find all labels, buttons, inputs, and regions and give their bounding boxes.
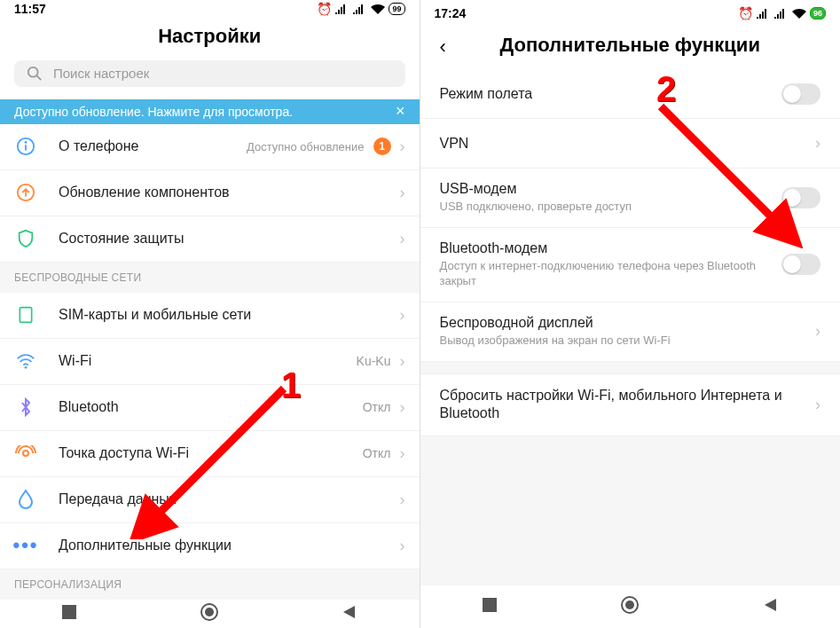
row-label: Bluetooth-модем (440, 240, 782, 256)
row-label: Сбросить настройки Wi-Fi, мобильного Инт… (440, 387, 816, 424)
nav-bar-right (420, 585, 841, 628)
nav-back-icon[interactable] (341, 604, 357, 624)
signal-icon (774, 8, 789, 19)
row-bluetooth[interactable]: Bluetooth Откл› (0, 385, 420, 431)
row-label: Точка доступа Wi-Fi (59, 445, 363, 461)
chevron-right-icon: › (815, 396, 820, 414)
status-bar-right: 17:24 ⏰ 96 (420, 0, 841, 27)
bluetooth-icon (14, 396, 37, 419)
status-icons: ⏰ 99 (317, 2, 404, 16)
badge-count: 1 (373, 137, 391, 155)
chevron-right-icon: › (400, 137, 405, 156)
svg-point-3 (25, 141, 27, 144)
row-label: Передача данных (59, 491, 400, 507)
row-sublabel: Доступ к интернет-подключению телефона ч… (440, 259, 782, 289)
toggle-usb-modem[interactable] (781, 187, 820, 208)
phone-more-functions: 17:24 ⏰ 96 ‹ Дополнительные функции Режи… (420, 0, 841, 628)
nav-recent-icon[interactable] (61, 604, 77, 624)
svg-point-8 (23, 451, 28, 456)
svg-point-11 (205, 608, 214, 616)
row-wifi[interactable]: Wi-Fi Ku-Ku› (0, 339, 420, 385)
banner-text: Доступно обновление. Нажмите для просмот… (14, 105, 293, 119)
chevron-right-icon: › (815, 134, 820, 153)
row-components-update[interactable]: Обновление компонентов › (0, 170, 420, 216)
battery-icon: 96 (810, 7, 826, 20)
row-more-functions[interactable]: ••• Дополнительные функции › (0, 523, 420, 569)
status-time: 11:57 (14, 2, 46, 16)
shield-icon (14, 227, 37, 250)
row-sim-cards[interactable]: SIM-карты и мобильные сети › (0, 293, 420, 339)
row-security-status[interactable]: Состояние защиты › (0, 216, 420, 263)
chevron-right-icon: › (400, 306, 405, 325)
close-icon[interactable]: × (396, 102, 405, 121)
row-label: Bluetooth (59, 399, 363, 415)
empty-area (420, 436, 841, 585)
nav-home-icon[interactable] (200, 602, 219, 625)
section-wireless: БЕСПРОВОДНЫЕ СЕТИ (0, 263, 420, 293)
svg-point-0 (28, 67, 38, 77)
alarm-icon: ⏰ (738, 6, 753, 20)
signal-icon (757, 8, 771, 19)
chevron-right-icon: › (400, 230, 405, 248)
row-label: Режим полета (440, 86, 782, 102)
row-note: Доступно обновление (247, 140, 365, 154)
row-value: Откл (363, 446, 391, 460)
wifi-icon (371, 4, 385, 14)
row-vpn[interactable]: VPN › (420, 119, 841, 169)
toggle-airplane[interactable] (781, 83, 820, 105)
signal-icon (353, 4, 367, 14)
row-sublabel: USB подключено, проверьте доступ (440, 200, 782, 215)
row-wireless-display[interactable]: Беспроводной дисплей Вывод изображения н… (420, 302, 841, 362)
row-label: USB-модем (440, 181, 782, 197)
row-airplane-mode[interactable]: Режим полета (420, 69, 841, 119)
toggle-bluetooth-modem[interactable] (781, 254, 820, 275)
section-personalization: ПЕРСОНАЛИЗАЦИЯ (0, 569, 420, 600)
chevron-right-icon: › (400, 537, 405, 555)
chevron-right-icon: › (815, 322, 820, 341)
search-icon (27, 66, 43, 82)
row-label: Беспроводной дисплей (440, 315, 816, 331)
row-label: VPN (440, 136, 816, 152)
svg-point-14 (625, 601, 634, 609)
battery-icon: 99 (389, 3, 404, 15)
row-usb-modem[interactable]: USB-модем USB подключено, проверьте дост… (420, 169, 841, 228)
row-label: Обновление компонентов (59, 184, 400, 200)
update-banner[interactable]: Доступно обновление. Нажмите для просмот… (0, 99, 420, 124)
row-about-phone[interactable]: О телефоне Доступно обновление 1 › (0, 124, 420, 170)
info-icon (14, 135, 37, 158)
row-label: О телефоне (59, 138, 247, 154)
svg-point-7 (25, 366, 27, 369)
chevron-right-icon: › (400, 184, 405, 202)
water-drop-icon (14, 488, 37, 511)
status-icons: ⏰ 96 (738, 6, 826, 20)
alarm-icon: ⏰ (317, 2, 332, 16)
row-label: Wi-Fi (59, 353, 357, 369)
svg-rect-9 (62, 605, 76, 619)
search-input[interactable]: Поиск настроек (14, 60, 405, 87)
phone-settings: 11:57 ⏰ 99 Настройки Поиск настроек Дост… (0, 0, 420, 628)
section-gap (420, 362, 841, 374)
more-icon: ••• (14, 534, 37, 557)
nav-back-icon[interactable] (763, 597, 779, 616)
row-label: SIM-карты и мобильные сети (59, 307, 400, 323)
sim-icon (14, 303, 37, 326)
chevron-right-icon: › (400, 352, 405, 371)
row-reset-network[interactable]: Сбросить настройки Wi-Fi, мобильного Инт… (420, 374, 841, 437)
status-bar-left: 11:57 ⏰ 99 (0, 0, 420, 18)
row-hotspot[interactable]: Точка доступа Wi-Fi Откл› (0, 431, 420, 477)
row-bluetooth-modem[interactable]: Bluetooth-модем Доступ к интернет-подклю… (420, 228, 841, 302)
chevron-right-icon: › (400, 444, 405, 463)
chevron-right-icon: › (400, 398, 405, 417)
svg-rect-6 (20, 308, 31, 323)
svg-rect-12 (483, 598, 497, 612)
signal-icon (335, 4, 349, 14)
nav-recent-icon[interactable] (482, 597, 498, 616)
back-button[interactable]: ‹ (440, 35, 446, 59)
row-label: Дополнительные функции (59, 538, 400, 553)
search-placeholder: Поиск настроек (53, 66, 149, 81)
row-data-usage[interactable]: Передача данных › (0, 477, 420, 523)
update-icon (14, 181, 37, 204)
nav-home-icon[interactable] (620, 595, 640, 618)
wifi-icon (792, 8, 806, 19)
chevron-right-icon: › (400, 491, 405, 509)
